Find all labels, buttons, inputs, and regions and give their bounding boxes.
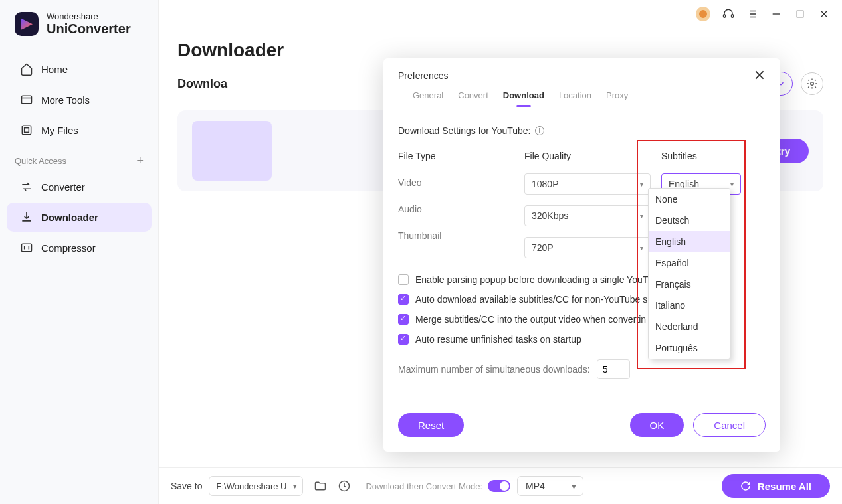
close-window-icon[interactable]	[818, 8, 830, 20]
check-label: Auto resume unfinished tasks on startup	[415, 334, 581, 345]
subtitle-option-nederland[interactable]: Nederland	[649, 316, 730, 337]
logo-mark-icon	[15, 12, 39, 36]
check-label: Merge subtitles/CC into the output video…	[415, 314, 646, 325]
subtitle-option-deutsch[interactable]: Deutsch	[649, 210, 730, 231]
save-path-value: F:\Wondershare U	[216, 481, 286, 491]
row-video-label: Video	[398, 177, 524, 188]
subtitle-option-english[interactable]: English	[649, 231, 730, 252]
max-downloads-input[interactable]	[597, 359, 630, 379]
support-icon[interactable]	[722, 8, 734, 20]
svg-rect-2	[25, 128, 29, 133]
open-folder-icon[interactable]	[314, 479, 327, 493]
info-icon[interactable]: i	[535, 126, 544, 135]
sidebar-item-label: Converter	[41, 181, 85, 193]
sidebar-item-label: Compressor	[41, 242, 96, 254]
audio-quality-select[interactable]: 320Kbps	[524, 205, 651, 226]
svg-rect-4	[724, 15, 726, 18]
sidebar-item-converter[interactable]: Converter	[7, 172, 152, 201]
sidebar-item-compressor[interactable]: Compressor	[7, 233, 152, 262]
subtitles-dropdown: None Deutsch English Español Français It…	[648, 188, 730, 359]
maximize-icon[interactable]	[794, 8, 806, 20]
dialog-tabs: General Convert Download Location Proxy	[398, 90, 766, 103]
tab-general[interactable]: General	[413, 90, 443, 103]
checkbox-icon	[398, 274, 409, 285]
converter-icon	[20, 180, 33, 193]
quick-access-header: Quick Access +	[0, 149, 158, 171]
main-area: Downloader Downloa Download Video	[159, 0, 842, 504]
reset-button[interactable]: Reset	[398, 413, 464, 437]
subtitle-option-italiano[interactable]: Italiano	[649, 295, 730, 316]
add-quick-access-icon[interactable]: +	[136, 154, 144, 168]
logo-text: Wondershare UniConverter	[47, 12, 131, 36]
settings-gear-icon[interactable]	[801, 72, 823, 95]
compressor-icon	[20, 241, 33, 254]
sidebar-item-more-tools[interactable]: More Tools	[7, 85, 152, 114]
col-file-type-header: File Type	[398, 151, 524, 161]
menu-list-icon[interactable]	[746, 8, 758, 20]
tab-location[interactable]: Location	[559, 90, 591, 103]
sidebar-item-label: My Files	[41, 125, 78, 136]
tab-download[interactable]: Download	[503, 90, 544, 103]
convert-mode-toggle[interactable]	[488, 480, 510, 492]
check-label: Enable parsing popup before downloading …	[415, 274, 653, 285]
tab-proxy[interactable]: Proxy	[606, 90, 628, 103]
audio-quality-value: 320Kbps	[532, 210, 568, 221]
format-select[interactable]: MP4	[517, 476, 583, 496]
dialog-close-icon[interactable]	[752, 68, 767, 82]
logo-line1: Wondershare	[47, 11, 98, 21]
svg-point-7	[811, 82, 814, 86]
svg-rect-0	[22, 96, 32, 104]
minimize-icon[interactable]	[770, 8, 782, 20]
save-to-label: Save to	[171, 481, 202, 491]
history-clock-icon[interactable]	[338, 479, 351, 493]
resume-all-button[interactable]: Resume All	[722, 474, 830, 498]
grid-icon	[20, 93, 33, 106]
ok-button[interactable]: OK	[630, 413, 684, 437]
titlebar	[696, 7, 830, 21]
subtitle-option-francais[interactable]: Français	[649, 274, 730, 295]
sidebar-item-home[interactable]: Home	[7, 54, 152, 84]
sidebar-item-downloader[interactable]: Downloader	[7, 203, 152, 232]
downloader-icon	[20, 210, 33, 224]
footer-bar: Save to F:\Wondershare U Download then C…	[159, 467, 842, 504]
sidebar-item-label: Downloader	[41, 212, 98, 223]
svg-rect-5	[732, 15, 734, 18]
section-title: Download Settings for YouTube: i	[398, 126, 766, 136]
app-logo: Wondershare UniConverter	[0, 12, 158, 53]
svg-rect-6	[797, 11, 803, 17]
checkbox-icon	[398, 334, 409, 345]
quick-access-label: Quick Access	[15, 156, 66, 166]
cancel-button[interactable]: Cancel	[693, 413, 766, 437]
resume-all-label: Resume All	[758, 481, 811, 492]
row-thumbnail-label: Thumbnail	[398, 230, 524, 241]
subtitle-option-espanol[interactable]: Español	[649, 252, 730, 274]
avatar-icon[interactable]	[696, 7, 710, 21]
toolbar-left-label: Downloa	[177, 77, 227, 91]
home-icon	[20, 62, 33, 76]
sidebar: Wondershare UniConverter Home More Tools…	[0, 0, 159, 504]
thumbnail-quality-select[interactable]: 720P	[524, 237, 651, 258]
files-icon	[20, 124, 33, 137]
check-label: Auto download available subtitles/CC for…	[415, 294, 652, 305]
sidebar-item-my-files[interactable]: My Files	[7, 116, 152, 145]
col-file-quality-header: File Quality	[524, 151, 651, 161]
sidebar-item-label: Home	[41, 64, 68, 75]
subtitle-option-portugues[interactable]: Português	[649, 337, 730, 359]
save-path-select[interactable]: F:\Wondershare U	[209, 476, 303, 496]
tab-convert[interactable]: Convert	[458, 90, 488, 103]
row-audio-label: Audio	[398, 204, 524, 214]
format-value: MP4	[526, 481, 545, 491]
thumbnail-quality-value: 720P	[532, 242, 554, 253]
max-downloads-label: Maximum number of simultaneous downloads…	[398, 364, 590, 375]
video-quality-select[interactable]: 1080P	[524, 173, 651, 195]
checkbox-icon	[398, 294, 409, 305]
dialog-title: Preferences	[398, 70, 766, 81]
checkbox-icon	[398, 314, 409, 325]
task-thumbnail	[192, 121, 272, 181]
svg-rect-3	[22, 244, 32, 252]
logo-line2: UniConverter	[47, 21, 131, 36]
svg-rect-1	[22, 126, 31, 135]
convert-mode-label: Download then Convert Mode:	[366, 481, 482, 491]
subtitle-option-none[interactable]: None	[649, 189, 730, 210]
section-title-text: Download Settings for YouTube:	[398, 126, 531, 136]
